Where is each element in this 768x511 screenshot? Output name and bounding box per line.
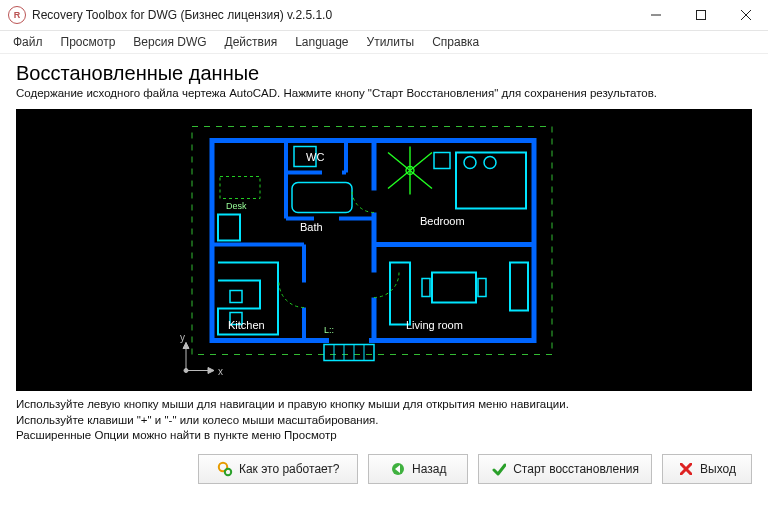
svg-point-53 bbox=[225, 468, 231, 474]
svg-rect-26 bbox=[230, 291, 242, 303]
app-icon: R bbox=[8, 6, 26, 24]
start-recovery-button[interactable]: Старт восстановления bbox=[478, 454, 652, 484]
menu-language[interactable]: Language bbox=[286, 33, 357, 51]
hints-block: Используйте левую кнопку мыши для навига… bbox=[0, 391, 768, 448]
ceiling-fan-icon bbox=[388, 147, 432, 195]
svg-rect-20 bbox=[324, 345, 374, 361]
gear-icon bbox=[217, 461, 233, 477]
how-it-works-button[interactable]: Как это работает? bbox=[198, 454, 358, 484]
svg-rect-38 bbox=[510, 263, 528, 311]
label-wc: WC bbox=[306, 151, 324, 163]
svg-rect-25 bbox=[218, 215, 240, 241]
start-recovery-label: Старт восстановления bbox=[513, 462, 639, 476]
window-title: Recovery Toolbox for DWG (Бизнес лицензи… bbox=[32, 8, 332, 22]
minimize-button[interactable] bbox=[633, 0, 678, 30]
svg-rect-33 bbox=[434, 153, 450, 169]
label-kitchen: Kitchen bbox=[228, 319, 265, 331]
back-label: Назад bbox=[412, 462, 446, 476]
cad-viewport[interactable]: Desk L:: WC Bath Bedroom Kitchen Living … bbox=[16, 109, 752, 391]
maximize-button[interactable] bbox=[678, 0, 723, 30]
button-bar: Как это работает? Назад Старт восстановл… bbox=[0, 448, 768, 494]
maximize-icon bbox=[696, 10, 706, 20]
check-icon bbox=[491, 461, 507, 477]
svg-marker-50 bbox=[183, 343, 189, 349]
close-icon bbox=[741, 10, 751, 20]
label-desk: Desk bbox=[226, 201, 247, 211]
minimize-icon bbox=[651, 10, 661, 20]
axis-y-label: y bbox=[180, 332, 185, 343]
svg-rect-36 bbox=[422, 279, 430, 297]
axes-icon bbox=[183, 343, 214, 374]
hint-line-2: Используйте клавиши "+" и "-" или колесо… bbox=[16, 413, 752, 429]
close-button[interactable] bbox=[723, 0, 768, 30]
svg-point-51 bbox=[184, 369, 188, 373]
svg-line-40 bbox=[410, 153, 432, 171]
back-button[interactable]: Назад bbox=[368, 454, 468, 484]
page-subtitle: Содержание исходного файла чертежа AutoC… bbox=[16, 87, 752, 99]
exit-label: Выход bbox=[700, 462, 736, 476]
arrow-left-icon bbox=[390, 461, 406, 477]
svg-rect-35 bbox=[432, 273, 476, 303]
page-title: Восстановленные данные bbox=[16, 62, 752, 85]
svg-line-41 bbox=[388, 153, 410, 171]
svg-line-43 bbox=[388, 171, 410, 189]
label-l: L:: bbox=[324, 325, 334, 335]
hint-line-3: Расширенные Опции можно найти в пункте м… bbox=[16, 428, 752, 444]
svg-rect-1 bbox=[696, 11, 705, 20]
svg-rect-46 bbox=[220, 177, 260, 199]
hint-line-1: Используйте левую кнопку мыши для навига… bbox=[16, 397, 752, 413]
titlebar: R Recovery Toolbox for DWG (Бизнес лицен… bbox=[0, 0, 768, 31]
page-header: Восстановленные данные Содержание исходн… bbox=[0, 54, 768, 105]
how-it-works-label: Как это работает? bbox=[239, 462, 340, 476]
svg-point-32 bbox=[484, 157, 496, 169]
label-living: Living room bbox=[406, 319, 463, 331]
menu-dwg-ver[interactable]: Версия DWG bbox=[124, 33, 215, 51]
menubar: Файл Просмотр Версия DWG Действия Langua… bbox=[0, 31, 768, 54]
axis-x-label: x bbox=[218, 366, 223, 377]
menu-view[interactable]: Просмотр bbox=[52, 33, 125, 51]
floor-plan-drawing: Desk L:: WC Bath Bedroom Kitchen Living … bbox=[174, 113, 594, 388]
menu-utils[interactable]: Утилиты bbox=[358, 33, 424, 51]
svg-rect-30 bbox=[456, 153, 526, 209]
svg-rect-34 bbox=[390, 263, 410, 325]
menu-help[interactable]: Справка bbox=[423, 33, 488, 51]
menu-actions[interactable]: Действия bbox=[216, 33, 287, 51]
label-bath: Bath bbox=[300, 221, 323, 233]
svg-point-31 bbox=[464, 157, 476, 169]
label-bedroom: Bedroom bbox=[420, 215, 465, 227]
svg-rect-37 bbox=[478, 279, 486, 297]
svg-marker-48 bbox=[208, 368, 214, 374]
svg-line-42 bbox=[410, 171, 432, 189]
exit-button[interactable]: Выход bbox=[662, 454, 752, 484]
menu-file[interactable]: Файл bbox=[4, 33, 52, 51]
svg-rect-28 bbox=[292, 183, 352, 213]
x-icon bbox=[678, 461, 694, 477]
